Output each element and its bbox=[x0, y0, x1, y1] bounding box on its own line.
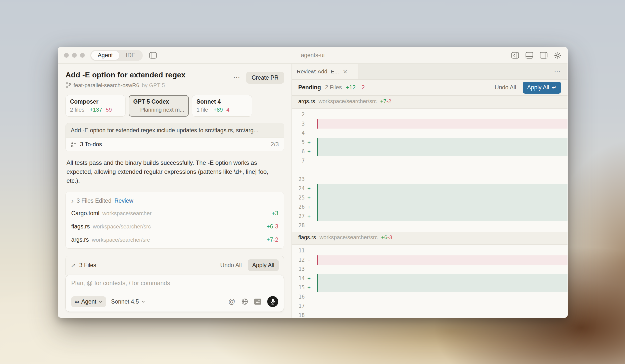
diff-sign bbox=[305, 292, 313, 302]
agent-card-deletions: -4 bbox=[224, 107, 230, 113]
collapse-panel-icon[interactable] bbox=[511, 52, 519, 59]
tabstrip-more-icon[interactable]: ⋯ bbox=[554, 68, 568, 75]
dot-separator: · bbox=[210, 107, 212, 113]
file-row[interactable]: args.rs workspace/searcher/src +7-2 bbox=[71, 233, 278, 246]
diff-row: 24 + + .arg(clap::Arg::new("extended-reg… bbox=[292, 184, 568, 193]
line-number: 28 bbox=[292, 221, 305, 230]
diff-gutter: 6 + bbox=[292, 147, 317, 156]
files-edited-list: Cargo.toml workspace/searcher +3 flags.r… bbox=[71, 207, 278, 246]
create-pr-button[interactable]: Create PR bbox=[246, 72, 284, 84]
diff-sign: + bbox=[305, 147, 313, 156]
file-additions: +6 bbox=[266, 223, 273, 230]
minimize-window-button[interactable] bbox=[72, 53, 77, 58]
web-globe-icon[interactable] bbox=[241, 298, 248, 305]
right-panel-icon[interactable] bbox=[540, 52, 548, 59]
apply-all-button[interactable]: Apply All ↵ bbox=[523, 82, 561, 94]
line-number: 18 bbox=[292, 311, 305, 318]
maximize-window-button[interactable] bbox=[80, 53, 85, 58]
diff-gutter bbox=[292, 166, 317, 175]
diff-file-header[interactable]: flags.rs workspace/searcher/src +6-3 bbox=[292, 232, 568, 245]
pending-files-label: 3 Files bbox=[79, 262, 96, 269]
task-box: Add -E option for extended regex include… bbox=[66, 123, 284, 151]
line-number: 7 bbox=[292, 156, 305, 166]
line-number: 16 bbox=[292, 292, 305, 302]
titlebar-actions bbox=[511, 52, 562, 59]
disclosure-chevron-icon[interactable]: › bbox=[71, 198, 74, 203]
line-number: 13 bbox=[292, 265, 305, 274]
git-branch-icon bbox=[66, 82, 71, 89]
file-additions: +7 bbox=[266, 236, 273, 243]
diff-sign bbox=[305, 166, 313, 175]
agent-card-name: Composer bbox=[70, 98, 121, 105]
line-number: 25 bbox=[292, 193, 305, 202]
diff-gutter: 27 + bbox=[292, 212, 317, 221]
microphone-button[interactable] bbox=[267, 296, 278, 307]
composer-placeholder: Plan, @ for contexts, / for commands bbox=[71, 280, 278, 287]
diff-sign bbox=[305, 265, 313, 274]
diff-gutter: 25 + bbox=[292, 193, 317, 202]
diff-gutter: 12 - bbox=[292, 255, 317, 265]
diff-sign bbox=[305, 311, 313, 318]
tab-ide[interactable]: IDE bbox=[119, 51, 142, 60]
more-options-icon[interactable]: ⋯ bbox=[233, 74, 241, 81]
diff-sign bbox=[305, 156, 313, 166]
diff-gutter: 15 + bbox=[292, 283, 317, 292]
image-attach-icon[interactable] bbox=[254, 299, 261, 305]
diff-row: 3 - Help, bbox=[292, 119, 568, 129]
todo-list-icon bbox=[71, 141, 77, 148]
diff-row: 17 } bbox=[292, 302, 568, 311]
model-dropdown[interactable]: Sonnet 4.5 bbox=[111, 298, 145, 305]
diff-row: 15 + + pub use_regex: bool, bbox=[292, 283, 568, 292]
task-summary: Add -E option for extended regex include… bbox=[66, 123, 284, 138]
diff-view[interactable]: args.rs workspace/searcher/src +7-2 2 bbox=[292, 96, 568, 318]
composer-input-card[interactable]: Plan, @ for contexts, / for commands ∞ A… bbox=[66, 275, 284, 312]
diff-gutter: 24 + bbox=[292, 184, 317, 193]
close-window-button[interactable] bbox=[64, 53, 69, 58]
close-icon[interactable]: × bbox=[343, 68, 348, 75]
line-number: 17 bbox=[292, 302, 305, 311]
file-row[interactable]: flags.rs workspace/searcher/src +6-3 bbox=[71, 220, 278, 233]
diff-gutter: 5 + bbox=[292, 138, 317, 147]
review-tabstrip: Review: Add -E... × ⋯ bbox=[292, 64, 568, 80]
line-number: 11 bbox=[292, 246, 305, 255]
mention-at-icon[interactable]: @ bbox=[228, 298, 235, 306]
line-number: 5 bbox=[292, 138, 305, 147]
file-path: workspace/searcher/src bbox=[92, 237, 150, 243]
settings-gear-icon[interactable] bbox=[554, 52, 562, 59]
file-row[interactable]: Cargo.toml workspace/searcher +3 bbox=[71, 207, 278, 220]
agent-card[interactable]: Composer 2 files · +137-59 bbox=[66, 95, 126, 117]
apply-all-button[interactable]: Apply All bbox=[248, 259, 279, 271]
app-window: Agent IDE agents-ui bbox=[58, 47, 568, 318]
undo-all-button[interactable]: Undo All bbox=[220, 262, 242, 269]
agent-card-name: Sonnet 4 bbox=[196, 98, 248, 105]
undo-all-button[interactable]: Undo All bbox=[495, 84, 516, 91]
diff-sign: + bbox=[305, 274, 313, 283]
diff-sign: + bbox=[305, 202, 313, 212]
agent-card[interactable]: Sonnet 4 1 file · +89-4 bbox=[192, 95, 252, 117]
agent-card-status: Planning next m... bbox=[140, 107, 184, 113]
file-name: args.rs bbox=[71, 236, 89, 243]
diff-file-deletions: -2 bbox=[386, 98, 392, 104]
review-link[interactable]: Review bbox=[114, 197, 133, 204]
diff-sign bbox=[305, 175, 313, 184]
diff-file-header[interactable]: args.rs workspace/searcher/src +7-2 bbox=[292, 96, 568, 109]
chevron-down-icon bbox=[141, 300, 145, 304]
todos-row[interactable]: 3 To-dos 2/3 bbox=[66, 138, 284, 151]
diff-sign: + bbox=[305, 184, 313, 193]
diff-sign bbox=[305, 221, 313, 230]
line-number: 14 bbox=[292, 274, 305, 283]
review-tab[interactable]: Review: Add -E... × bbox=[292, 64, 359, 79]
agent-card[interactable]: GPT-5 Codex Planning next m... bbox=[129, 95, 189, 117]
diff-file-deletions: -3 bbox=[387, 234, 392, 240]
tab-agent[interactable]: Agent bbox=[91, 51, 119, 60]
line-number: 12 bbox=[292, 255, 305, 265]
apply-all-label: Apply All bbox=[527, 84, 549, 91]
review-additions: +12 bbox=[346, 84, 356, 91]
sidebar-toggle-icon[interactable] bbox=[149, 52, 157, 59]
review-deletions: -2 bbox=[360, 84, 365, 91]
file-path: workspace/searcher bbox=[102, 210, 152, 217]
line-number: 24 bbox=[292, 184, 305, 193]
diff-row: 2 pub enum Flag { bbox=[292, 110, 568, 119]
bottom-panel-icon[interactable] bbox=[526, 52, 533, 59]
agent-mode-dropdown[interactable]: ∞ Agent bbox=[71, 296, 106, 307]
